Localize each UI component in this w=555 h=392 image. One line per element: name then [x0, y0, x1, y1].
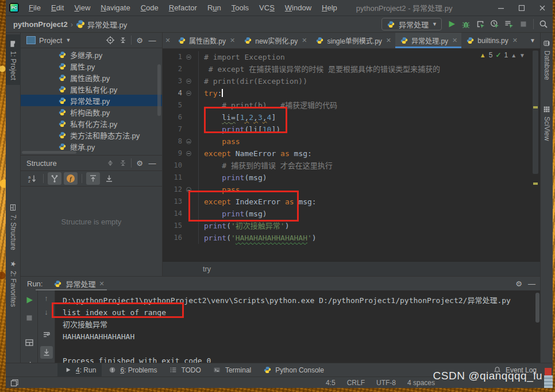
run-tab[interactable]: 异常处理 ✕: [51, 277, 106, 290]
code-line[interactable]: 10 # 捕获到的错误 才会在这里执行: [163, 160, 531, 172]
code-line[interactable]: 11 print(msg): [163, 172, 531, 184]
down-stack-trace-icon[interactable]: ↓: [40, 308, 53, 316]
stripe-tab-structure[interactable]: 7: Structure: [6, 198, 21, 255]
tool-window-button-pythonconsole[interactable]: Python Console: [257, 363, 330, 377]
code-line[interactable]: 16print('HAHAHAHAHHAHAHAH'): [163, 232, 531, 244]
code-line[interactable]: 15print('初次接触异常'): [163, 220, 531, 232]
run-configuration-select[interactable]: 异常处理 ▼: [381, 18, 442, 30]
project-file-item[interactable]: 属性私有化.py: [21, 83, 162, 95]
expand-all-icon[interactable]: [104, 157, 117, 169]
project-file-item[interactable]: 多继承.py: [21, 49, 162, 60]
editor-tab[interactable]: builtins.py✕: [461, 33, 522, 48]
code-line[interactable]: 9except NameError as msg:: [163, 148, 531, 160]
close-icon[interactable]: ✕: [163, 33, 173, 48]
status-item[interactable]: UTF-8: [376, 379, 396, 387]
search-everywhere-icon[interactable]: [539, 20, 548, 29]
fold-region[interactable]: [182, 79, 195, 84]
fold-marker-icon[interactable]: [186, 91, 191, 96]
close-button[interactable]: [532, 0, 553, 15]
close-icon[interactable]: ✕: [386, 37, 391, 44]
stripe-tab-database[interactable]: Database: [542, 38, 552, 80]
editor-error-stripe[interactable]: [531, 49, 540, 261]
inspection-widget[interactable]: ▲ 5 ✓ 1 ▲ ▼: [480, 51, 525, 59]
code-line[interactable]: 2 # except 在捕获错误异常的时候 是要根据具体的错误类型来捕获的: [163, 63, 531, 75]
editor-tab[interactable]: new实例化.py✕: [239, 33, 311, 48]
project-file-item[interactable]: 属性函数.py: [21, 72, 162, 83]
code-line[interactable]: 3# print(dir(Exception)): [163, 75, 531, 87]
debug-button[interactable]: [461, 20, 471, 29]
tool-window-button-run[interactable]: 4: Run: [57, 363, 102, 377]
scroll-to-end-icon[interactable]: [40, 346, 53, 359]
console-scrollbar[interactable]: [535, 293, 539, 323]
settings-gear-icon[interactable]: ⚙: [133, 34, 146, 46]
status-item[interactable]: CRLF: [347, 379, 365, 387]
tool-window-button-problems[interactable]: 6: Problems: [102, 363, 163, 377]
status-item[interactable]: 4:5: [326, 379, 336, 387]
editor-tab[interactable]: 异常处理.py✕: [395, 33, 461, 48]
prev-problem-icon[interactable]: ▲: [511, 52, 517, 59]
hide-panel-icon[interactable]: —: [528, 280, 535, 288]
stripe-tab-project[interactable]: 1: Project: [6, 34, 21, 85]
fold-marker-icon[interactable]: [186, 79, 191, 84]
warning-stripe-mark[interactable]: [533, 183, 538, 185]
tool-window-button-todo[interactable]: TODO: [163, 363, 206, 377]
breadcrumb-file[interactable]: 异常处理.py: [87, 19, 127, 30]
run-button[interactable]: [447, 20, 456, 29]
menu-run[interactable]: Run: [202, 1, 226, 14]
scroll-to-source-icon[interactable]: [102, 172, 116, 185]
project-horizontal-scrollbar[interactable]: [22, 151, 76, 154]
status-item[interactable]: 4 spaces: [407, 379, 435, 387]
menu-edit[interactable]: Edit: [46, 1, 69, 14]
code-line[interactable]: 4try:: [163, 87, 531, 99]
project-file-item[interactable]: 私有化方法.py: [21, 118, 162, 129]
fold-marker-icon[interactable]: [186, 139, 191, 144]
project-panel-title[interactable]: Project: [39, 36, 62, 45]
code-line[interactable]: 8 pass: [163, 135, 531, 148]
project-file-item[interactable]: 类方法和静态方法.py: [21, 129, 162, 141]
chevron-down-icon[interactable]: ▼: [65, 37, 71, 43]
collapse-all-icon[interactable]: [117, 34, 129, 46]
profiler-button[interactable]: [490, 20, 499, 29]
close-icon[interactable]: ✕: [99, 280, 104, 288]
breadcrumb-project[interactable]: pythonProject2: [13, 20, 68, 29]
menu-window[interactable]: Window: [280, 1, 317, 14]
hide-panel-icon[interactable]: —: [146, 34, 159, 46]
stop-button[interactable]: [519, 20, 528, 29]
run-console[interactable]: D:\pythonProject1\pythonProject2\venv\Sc…: [55, 290, 540, 363]
rerun-button[interactable]: [23, 294, 36, 306]
close-icon[interactable]: ✕: [230, 37, 235, 44]
sort-alphabetically-icon[interactable]: az: [25, 172, 39, 185]
tool-windows-toggle-icon[interactable]: [10, 378, 19, 387]
minimize-button[interactable]: [491, 0, 511, 15]
menu-view[interactable]: View: [69, 1, 95, 14]
project-file-item[interactable]: 属性.py: [21, 60, 162, 72]
restore-layout-icon[interactable]: [23, 336, 36, 349]
stop-button[interactable]: [23, 312, 36, 324]
project-file-item[interactable]: 异常处理.py: [21, 95, 162, 106]
close-icon[interactable]: ✕: [452, 37, 457, 44]
fold-marker-icon[interactable]: [186, 151, 191, 156]
collapse-all-icon[interactable]: [117, 157, 129, 169]
maximize-button[interactable]: [511, 0, 532, 15]
fold-region[interactable]: [182, 151, 195, 156]
soft-wrap-icon[interactable]: [40, 328, 53, 341]
fold-marker-icon[interactable]: [186, 55, 191, 60]
tabs-chevron-down-icon[interactable]: ▼: [525, 33, 540, 48]
fold-region[interactable]: [182, 139, 195, 144]
menu-file[interactable]: File: [24, 1, 46, 14]
run-with-button[interactable]: [504, 20, 514, 29]
menu-tools[interactable]: Tools: [226, 1, 254, 14]
settings-gear-icon[interactable]: ⚙: [515, 280, 522, 288]
scroll-from-source-icon[interactable]: [86, 172, 100, 185]
tool-window-button-terminal[interactable]: Terminal: [207, 363, 257, 377]
editor-tab[interactable]: single单例模式.py✕: [311, 33, 395, 48]
close-icon[interactable]: ✕: [302, 37, 307, 44]
fold-region[interactable]: [182, 55, 195, 60]
project-file-item[interactable]: 析构函数.py: [21, 106, 162, 118]
next-problem-icon[interactable]: ▼: [519, 52, 525, 59]
menu-code[interactable]: Code: [136, 1, 164, 14]
menu-vcs[interactable]: VCS: [254, 1, 280, 14]
warning-stripe-mark[interactable]: [533, 106, 538, 108]
project-file-item[interactable]: 继承.py: [21, 141, 162, 152]
scrollbar-thumb[interactable]: [533, 51, 538, 174]
